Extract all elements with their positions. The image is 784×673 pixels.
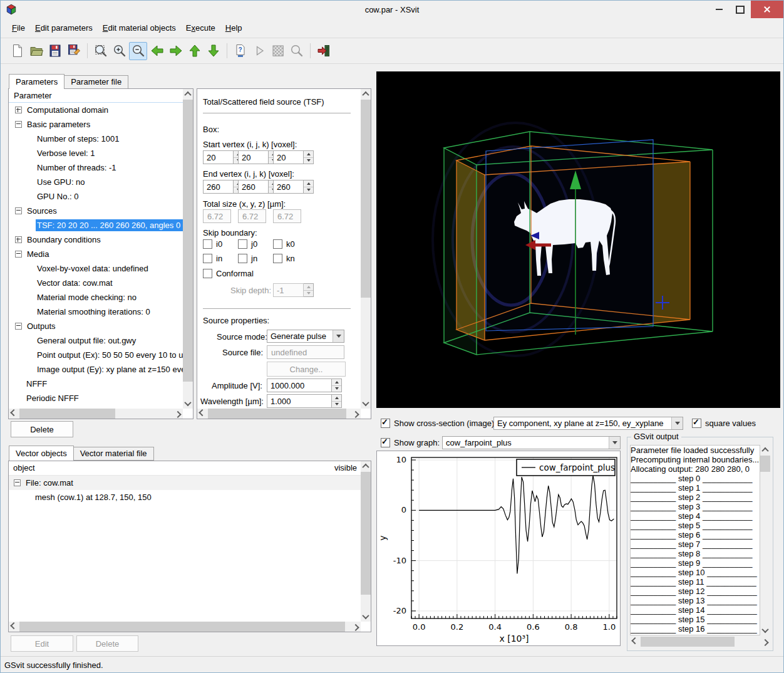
scroll-down-icon[interactable]: [361, 399, 371, 409]
cross-section-combobox[interactable]: Ey component, xy plane at z=150, ey_xypl…: [493, 417, 683, 430]
amplitude-spinbox[interactable]: 1000.000: [267, 378, 342, 392]
skip-k0-checkbox[interactable]: [273, 239, 282, 249]
tree-row[interactable]: Media: [9, 247, 183, 261]
close-button[interactable]: [751, 1, 783, 18]
open-file-button[interactable]: [27, 42, 45, 60]
conformal-checkbox[interactable]: [203, 269, 212, 278]
spin-down-icon[interactable]: [304, 187, 313, 194]
scrollbar-thumb[interactable]: [208, 409, 346, 419]
param-tree-vscrollbar[interactable]: [183, 89, 193, 409]
spin-up-icon[interactable]: [304, 151, 313, 158]
chevron-down-icon[interactable]: [333, 330, 344, 342]
collapse-icon[interactable]: [15, 207, 22, 214]
tab-vector-objects[interactable]: Vector objects: [9, 446, 74, 461]
scrollbar-thumb[interactable]: [183, 100, 193, 382]
scrollbar-thumb[interactable]: [641, 637, 735, 647]
menu-item-execute[interactable]: Execute: [181, 21, 220, 35]
zoom-fit-button[interactable]: [91, 42, 110, 60]
scrollbar-thumb[interactable]: [760, 456, 770, 472]
end-k-spinbox[interactable]: 260: [273, 180, 314, 194]
title-bar[interactable]: cow.par - XSvit: [1, 1, 783, 18]
scroll-left-icon[interactable]: [197, 409, 207, 419]
menu-item-edit-material-objects[interactable]: Edit material objects: [98, 21, 181, 35]
log-vscrollbar[interactable]: [760, 445, 770, 635]
scroll-left-icon[interactable]: [9, 622, 19, 632]
scroll-right-icon[interactable]: [351, 622, 361, 632]
minimize-button[interactable]: [708, 1, 730, 18]
vector-hscrollbar[interactable]: [9, 622, 361, 632]
delete-parameter-button[interactable]: Delete: [11, 421, 73, 437]
spin-up-icon[interactable]: [332, 379, 341, 386]
tree-row[interactable]: Sources: [9, 204, 183, 218]
tree-row[interactable]: Basic parameters: [9, 117, 183, 132]
material-matrix-button[interactable]: [269, 42, 287, 60]
tree-row[interactable]: Material mode checking: no: [9, 290, 183, 305]
tree-row[interactable]: General output file: out.gwy: [9, 333, 183, 348]
tree-row[interactable]: Periodic NFFF: [9, 391, 183, 405]
skip-jn-checkbox[interactable]: [238, 254, 247, 263]
search-button[interactable]: [287, 42, 306, 60]
save-as-button[interactable]: [64, 42, 83, 60]
scrollbar-thumb[interactable]: [19, 622, 345, 632]
tree-column-header[interactable]: Parameter: [9, 89, 183, 103]
zoom-in-button[interactable]: [110, 42, 128, 60]
graph-combobox[interactable]: cow_farpoint_plus: [442, 436, 621, 449]
save-button[interactable]: [46, 42, 64, 60]
tab-vector-material-file[interactable]: Vector material file: [73, 447, 154, 461]
tree-row[interactable]: Outputs: [9, 319, 183, 333]
tree-row[interactable]: Vector data: cow.mat: [9, 276, 183, 290]
show-graph-checkbox[interactable]: [381, 438, 390, 447]
nav-up-button[interactable]: [185, 42, 204, 60]
scroll-left-icon[interactable]: [630, 637, 640, 647]
scrollbar-thumb[interactable]: [361, 100, 371, 298]
spin-up-icon[interactable]: [332, 395, 341, 402]
tree-row[interactable]: NFFF: [9, 377, 183, 391]
start-k-spinbox[interactable]: 20: [273, 150, 314, 164]
spin-down-icon[interactable]: [304, 158, 313, 164]
tab-parameter-file[interactable]: Parameter file: [64, 75, 128, 89]
vector-columns-header[interactable]: object visible: [9, 461, 361, 476]
tree-row[interactable]: Number of threads: -1: [9, 160, 183, 175]
zoom-out-button[interactable]: [129, 42, 147, 60]
menu-item-file[interactable]: File: [7, 21, 30, 35]
scroll-down-icon[interactable]: [361, 612, 371, 622]
show-cross-section-checkbox[interactable]: [381, 419, 390, 428]
scroll-right-icon[interactable]: [351, 409, 361, 419]
scrollbar-thumb[interactable]: [361, 472, 371, 595]
tab-parameters[interactable]: Parameters: [9, 74, 64, 89]
collapse-icon[interactable]: [15, 251, 22, 258]
run-button[interactable]: [250, 42, 268, 60]
tree-row[interactable]: Image output (Ey): xy plane at z=150 eve…: [9, 362, 183, 377]
menu-item-edit-parameters[interactable]: Edit parameters: [30, 21, 98, 35]
skip-in-checkbox[interactable]: [203, 254, 212, 263]
collapse-icon[interactable]: [15, 323, 22, 330]
scroll-up-icon[interactable]: [183, 89, 193, 99]
chevron-down-icon[interactable]: [671, 417, 683, 429]
log-hscrollbar[interactable]: [630, 637, 770, 647]
exit-button[interactable]: [314, 42, 333, 60]
maximize-button[interactable]: [730, 1, 751, 18]
tree-row[interactable]: Verbose level: 1: [9, 146, 183, 160]
tree-row[interactable]: Point output (Ex): 50 50 50 every 10 to …: [9, 348, 183, 362]
tree-row[interactable]: Number of steps: 1001: [9, 132, 183, 146]
scroll-down-icon[interactable]: [760, 625, 770, 635]
tree-row[interactable]: File: cow.mat: [9, 476, 361, 490]
collapse-icon[interactable]: [14, 479, 21, 486]
scroll-up-icon[interactable]: [760, 445, 770, 455]
tree-row[interactable]: Computational domain: [9, 103, 183, 117]
tree-row[interactable]: TSF: 20 20 20 ... 260 260 260, angles 0 …: [9, 218, 183, 232]
3d-viewport[interactable]: [376, 71, 780, 408]
chevron-down-icon[interactable]: [609, 437, 620, 449]
scroll-right-icon[interactable]: [173, 409, 183, 419]
expand-icon[interactable]: [15, 236, 22, 243]
skip-i0-checkbox[interactable]: [203, 239, 212, 249]
nav-down-button[interactable]: [204, 42, 222, 60]
scroll-left-icon[interactable]: [9, 409, 19, 419]
source-mode-combobox[interactable]: Generate pulse: [267, 330, 344, 343]
tree-row[interactable]: Boundary conditions: [9, 232, 183, 247]
param-tree-hscrollbar[interactable]: [9, 409, 183, 419]
scrollbar-thumb[interactable]: [19, 409, 115, 419]
tsf-vscrollbar[interactable]: [361, 89, 371, 409]
spin-down-icon[interactable]: [332, 386, 341, 392]
square-values-checkbox[interactable]: [692, 419, 701, 428]
